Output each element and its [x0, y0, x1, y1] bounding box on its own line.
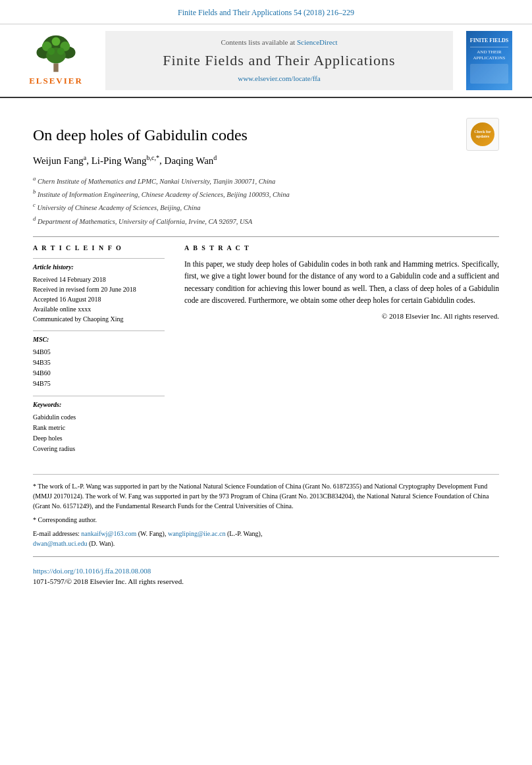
msc-label: MSC: — [33, 335, 165, 344]
email-footnote: E-mail addresses: nankaifwj@163.com (W. … — [33, 529, 499, 548]
affiliation-b: b Institute of Information Engineering, … — [33, 188, 499, 199]
sciencedirect-link[interactable]: ScienceDirect — [297, 38, 338, 46]
msc-code-2: 94B35 — [33, 357, 165, 368]
available-online: Available online xxxx — [33, 304, 165, 314]
history-label: Article history: — [33, 263, 165, 272]
affiliations-block: a Chern Institute of Mathematics and LPM… — [33, 174, 499, 226]
keyword-3: Deep holes — [33, 433, 165, 444]
abstract-text: In this paper, we study deep holes of Ga… — [184, 258, 499, 307]
article-history-block: Article history: Received 14 February 20… — [33, 258, 165, 324]
journal-citation-link[interactable]: Finite Fields and Their Applications 54 … — [178, 8, 354, 17]
doi-link[interactable]: https://doi.org/10.1016/j.ffa.2018.08.00… — [33, 567, 151, 575]
author-daqing-wan: Daqing Wan — [165, 155, 214, 166]
svg-point-9 — [57, 47, 65, 55]
main-content: Check forupdates On deep holes of Gabidu… — [0, 98, 532, 600]
check-for-updates-badge: Check forupdates — [466, 118, 499, 151]
email2-name: (L.-P. Wang), — [227, 530, 262, 537]
abstract-copyright: © 2018 Elsevier Inc. All rights reserved… — [184, 311, 499, 321]
email1-name: (W. Fang), — [138, 530, 167, 537]
elsevier-logo: ELSEVIER — [20, 34, 92, 87]
elsevier-text: ELSEVIER — [29, 75, 83, 87]
abstract-column: A B S T R A C T In this paper, we study … — [184, 244, 499, 461]
corresponding-footnote: * Corresponding author. — [33, 515, 499, 525]
affiliation-a: a Chern Institute of Mathematics and LPM… — [33, 174, 499, 186]
keyword-4: Covering radius — [33, 444, 165, 454]
svg-rect-0 — [53, 63, 58, 72]
author-li-ping-wang: Li-Ping Wang — [92, 155, 147, 166]
keyword-2: Rank metric — [33, 423, 165, 433]
article-title: On deep holes of Gabidulin codes — [33, 124, 499, 147]
footnote-divider — [33, 556, 499, 557]
svg-point-8 — [47, 47, 55, 55]
check-circle-icon: Check forupdates — [471, 122, 494, 146]
journal-cover-image: FINITE FIELDS AND THEIR APPLICATIONS — [466, 31, 512, 90]
received-date: Received 14 February 2018 — [33, 275, 165, 284]
abstract-label: A B S T R A C T — [184, 244, 499, 253]
article-info-column: A R T I C L E I N F O Article history: R… — [33, 244, 165, 461]
keywords-label: Keywords: — [33, 400, 165, 409]
affiliation-d: d Department of Mathematics, University … — [33, 215, 499, 226]
journal-info-block: Contents lists available at ScienceDirec… — [105, 31, 453, 90]
email3-name: (D. Wan). — [89, 540, 115, 547]
svg-point-7 — [52, 38, 61, 46]
issn-text: 1071-5797/© 2018 Elsevier Inc. All right… — [33, 577, 499, 587]
funding-footnote: * The work of L.-P. Wang was supported i… — [33, 481, 499, 511]
msc-code-3: 94B60 — [33, 368, 165, 379]
authors-line: Weijun Fanga, Li-Ping Wangb,c,*, Daqing … — [33, 153, 499, 168]
keywords-block: Keywords: Gabidulin codes Rank metric De… — [33, 396, 165, 454]
publisher-bar: ELSEVIER Contents lists available at Sci… — [0, 24, 532, 98]
email3-link[interactable]: dwan@math.uci.edu — [33, 540, 88, 547]
communicated-by: Communicated by Chaoping Xing — [33, 314, 165, 324]
msc-code-1: 94B05 — [33, 347, 165, 357]
elsevier-tree-icon — [30, 34, 82, 74]
revised-date: Received in revised form 20 June 2018 — [33, 284, 165, 294]
accepted-date: Accepted 16 August 2018 — [33, 294, 165, 304]
article-info-label: A R T I C L E I N F O — [33, 244, 165, 253]
msc-code-4: 94B75 — [33, 379, 165, 389]
author-weijun-fang: Weijun Fang — [33, 155, 84, 166]
email-label: E-mail addresses: — [33, 530, 80, 537]
affiliation-c: c University of Chinese Academy of Scien… — [33, 201, 499, 213]
footnotes-section: * The work of L.-P. Wang was supported i… — [33, 474, 499, 587]
article-body-columns: A R T I C L E I N F O Article history: R… — [33, 236, 499, 461]
msc-block: MSC: 94B05 94B35 94B60 94B75 — [33, 330, 165, 389]
journal-citation-header: Finite Fields and Their Applications 54 … — [0, 0, 532, 24]
journal-url: www.elsevier.com/locate/ffa — [119, 74, 440, 84]
msc-codes-list: 94B05 94B35 94B60 94B75 — [33, 347, 165, 389]
keywords-list: Gabidulin codes Rank metric Deep holes C… — [33, 412, 165, 454]
journal-title: Finite Fields and Their Applications — [119, 51, 440, 71]
email2-link[interactable]: wangliping@iie.ac.cn — [168, 530, 226, 537]
keyword-1: Gabidulin codes — [33, 412, 165, 423]
email1-link[interactable]: nankaifwj@163.com — [81, 530, 136, 537]
sciencedirect-line: Contents lists available at ScienceDirec… — [119, 38, 440, 47]
